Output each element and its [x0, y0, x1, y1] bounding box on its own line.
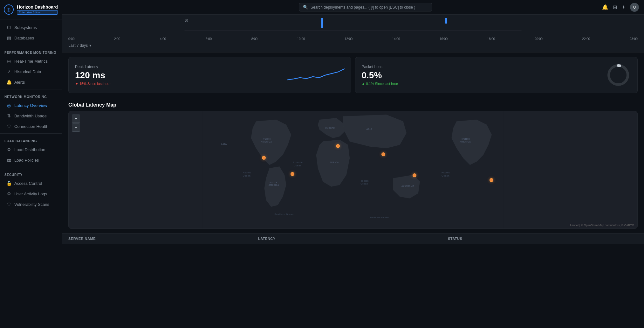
world-map-svg: Atlantic Ocean Pacific Ocean Indian Ocea… — [69, 111, 637, 228]
time-label-0: 0:00 — [68, 37, 74, 41]
sidebar-item-latency-overview[interactable]: ◎ Latency Overview — [2, 100, 60, 110]
sidebar-label-load-distribution: Load Distribution — [14, 147, 45, 152]
svg-text:AUSTRALIA: AUSTRALIA — [401, 185, 414, 187]
metric-cards-row: Peak Latency 120 ms ▼ 15% Since last hou… — [62, 52, 644, 98]
map-dot-4 — [291, 172, 294, 176]
sidebar-label-load-policies: Load Policies — [14, 158, 39, 163]
sidebar-label-databases: Databases — [14, 36, 34, 40]
time-label-4: 8:00 — [251, 37, 257, 41]
sidebar-header: ◎ Horizon Dashboard Enterprise Edition — [0, 0, 62, 19]
search-bar[interactable]: 🔍 Search deployments and pages... ( [/] … — [299, 3, 432, 11]
sidebar-item-real-time-metrics[interactable]: ◎ Real-Time Metrics — [2, 56, 60, 66]
svg-text:Ocean: Ocean — [442, 174, 449, 177]
map-dot-2 — [336, 144, 340, 148]
databases-icon: ▤ — [6, 35, 11, 40]
main-content: 🔍 Search deployments and pages... ( [/] … — [62, 0, 644, 328]
svg-rect-2 — [445, 18, 447, 24]
map-section: Global Latency Map + − — [62, 98, 644, 229]
real-time-metrics-icon: ◎ — [6, 59, 11, 64]
grid-icon[interactable]: ⊞ — [613, 4, 617, 10]
sidebar-item-bandwidth-usage[interactable]: ⇅ Bandwidth Usage — [2, 111, 60, 121]
time-label-9: 18:00 — [487, 37, 495, 41]
packet-loss-change: ▲ 0.1% Since last hour — [362, 82, 398, 86]
time-label-3: 6:00 — [206, 37, 212, 41]
sidebar-item-load-policies[interactable]: ▦ Load Policies — [2, 155, 60, 165]
sidebar: ◎ Horizon Dashboard Enterprise Edition ⬡… — [0, 0, 62, 328]
filter-row[interactable]: Last 7 days ▾ — [68, 43, 638, 48]
time-label-2: 4:00 — [160, 37, 166, 41]
svg-text:AMERICA: AMERICA — [460, 141, 471, 143]
sidebar-label-historical-data: Historical Data — [14, 69, 41, 74]
sidebar-nav: ⬡ Subsystems ▤ Databases Performance Mon… — [0, 19, 62, 328]
sidebar-item-access-control[interactable]: 🔒 Access Control — [2, 178, 60, 188]
svg-text:Pacific: Pacific — [243, 171, 251, 174]
svg-text:Southern Ocean: Southern Ocean — [370, 216, 389, 219]
sidebar-item-historical-data[interactable]: ↗ Historical Data — [2, 66, 60, 77]
sidebar-label-bandwidth-usage: Bandwidth Usage — [14, 114, 47, 118]
svg-text:EUROPE: EUROPE — [325, 127, 335, 129]
svg-text:Ocean: Ocean — [243, 174, 251, 177]
sidebar-item-alerts[interactable]: 🔔 Alerts — [2, 77, 60, 87]
load-policies-icon: ▦ — [6, 157, 11, 163]
bell-icon[interactable]: 🔔 — [602, 4, 608, 10]
peak-latency-label: Peak Latency — [75, 65, 111, 69]
svg-text:ASIA: ASIA — [367, 128, 372, 130]
sidebar-label-access-control: Access Control — [14, 181, 42, 186]
peak-latency-value: 120 ms — [75, 70, 111, 80]
packet-loss-donut — [606, 62, 631, 88]
search-placeholder: Search deployments and pages... ( [/] to… — [311, 5, 415, 10]
section-label-lb: Load Balancing — [0, 136, 62, 144]
time-label-8: 16:00 — [440, 37, 448, 41]
top-chart-svg: 30 — [68, 18, 638, 35]
section-label-perf: Performance Monitoring — [0, 47, 62, 56]
map-controls: + − — [72, 115, 80, 132]
svg-text:Atlantic: Atlantic — [293, 161, 303, 164]
sidebar-item-user-activity-logs[interactable]: ⚙ User Activity Logs — [2, 189, 60, 199]
vulnerability-scans-icon: ♡ — [6, 202, 11, 207]
user-activity-logs-icon: ⚙ — [6, 191, 11, 196]
svg-text:AFRICA: AFRICA — [330, 161, 339, 164]
sidebar-label-connection-health: Connection Health — [14, 124, 48, 129]
table-header-row: Server Name Latency Status — [62, 233, 644, 244]
alerts-icon: 🔔 — [6, 80, 11, 85]
packet-loss-change-value: ▲ 0.1% — [362, 82, 374, 86]
svg-text:30: 30 — [185, 19, 188, 22]
sidebar-item-databases[interactable]: ▤ Databases — [2, 33, 60, 43]
sidebar-item-connection-health[interactable]: ♡ Connection Health — [2, 121, 60, 131]
time-label-5: 10:00 — [297, 37, 305, 41]
settings-icon[interactable]: ✦ — [621, 4, 626, 10]
zoom-out-button[interactable]: − — [72, 123, 80, 132]
peak-latency-change-label: Since last hour — [87, 82, 111, 86]
sidebar-label-vulnerability-scans: Vulnerability Scans — [14, 202, 49, 207]
sidebar-label-latency-overview: Latency Overview — [14, 103, 47, 108]
map-title: Global Latency Map — [68, 102, 638, 108]
table-col-server: Server Name — [68, 237, 258, 241]
sidebar-label-alerts: Alerts — [14, 80, 25, 85]
topbar: 🔍 Search deployments and pages... ( [/] … — [62, 0, 644, 15]
avatar[interactable]: U — [630, 3, 639, 12]
sidebar-item-subsystems[interactable]: ⬡ Subsystems — [2, 22, 60, 32]
subsystems-icon: ⬡ — [6, 25, 11, 30]
map-dot-6 — [490, 178, 493, 182]
svg-text:Indian: Indian — [361, 180, 369, 182]
svg-text:Pacific: Pacific — [442, 171, 450, 174]
latency-overview-icon: ◎ — [6, 103, 11, 108]
app-badge: Enterprise Edition — [17, 10, 58, 15]
time-label-6: 12:00 — [345, 37, 353, 41]
svg-text:Ocean: Ocean — [360, 183, 368, 185]
table-col-status: Status — [448, 237, 638, 241]
map-dot-1 — [262, 156, 266, 160]
time-axis: 0:00 2:00 4:00 6:00 8:00 10:00 12:00 14:… — [68, 37, 638, 41]
time-label-10: 20:00 — [535, 37, 543, 41]
connection-health-icon: ♡ — [6, 124, 11, 129]
svg-rect-1 — [321, 18, 323, 28]
historical-data-icon: ↗ — [6, 69, 11, 74]
map-attribution: Leaflet | © OpenStreetMap contributors, … — [569, 223, 635, 227]
sidebar-item-load-distribution[interactable]: ⚙ Load Distribution — [2, 144, 60, 155]
zoom-in-button[interactable]: + — [72, 115, 80, 123]
packet-loss-change-label: Since last hour — [375, 82, 398, 86]
sidebar-item-vulnerability-scans[interactable]: ♡ Vulnerability Scans — [2, 199, 60, 209]
sidebar-label-real-time-metrics: Real-Time Metrics — [14, 59, 48, 64]
svg-text:Ocean: Ocean — [294, 164, 302, 167]
map-container: + − — [68, 111, 638, 229]
